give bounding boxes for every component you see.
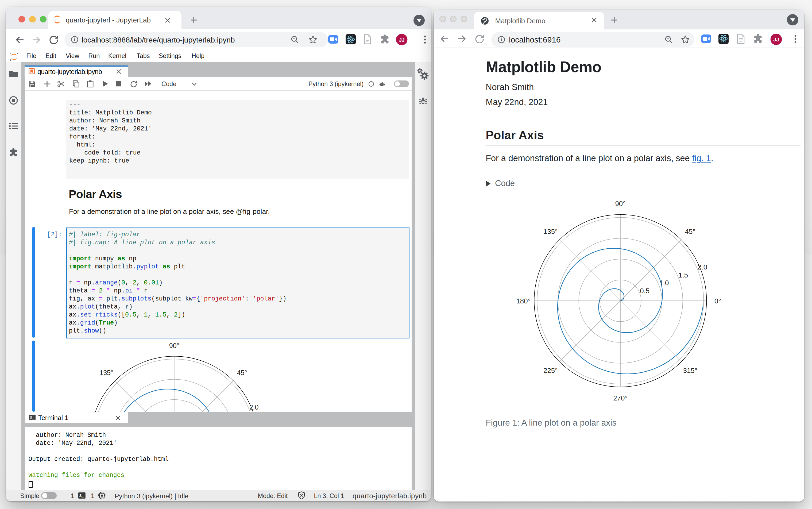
svg-text:JJ: JJ bbox=[399, 37, 405, 43]
svg-text:JJ: JJ bbox=[773, 37, 779, 42]
svg-text:$_: $_ bbox=[30, 416, 34, 420]
svg-text:$_: $_ bbox=[79, 494, 84, 498]
